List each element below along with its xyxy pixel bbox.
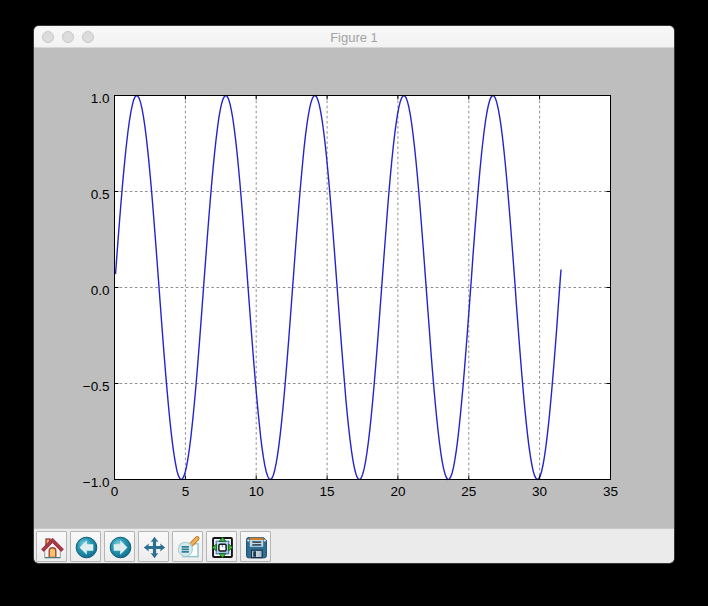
svg-text:10: 10: [249, 484, 264, 499]
svg-text:−1.0: −1.0: [83, 475, 110, 490]
svg-text:5: 5: [182, 484, 190, 499]
svg-text:0.0: 0.0: [91, 283, 110, 298]
svg-text:35: 35: [603, 484, 618, 499]
svg-text:30: 30: [532, 484, 547, 499]
svg-text:−0.5: −0.5: [83, 379, 110, 394]
svg-text:0.5: 0.5: [91, 187, 110, 202]
svg-text:20: 20: [390, 484, 405, 499]
svg-text:15: 15: [320, 484, 335, 499]
svg-text:25: 25: [461, 484, 476, 499]
svg-text:1.0: 1.0: [91, 91, 110, 106]
svg-text:0: 0: [111, 484, 119, 499]
